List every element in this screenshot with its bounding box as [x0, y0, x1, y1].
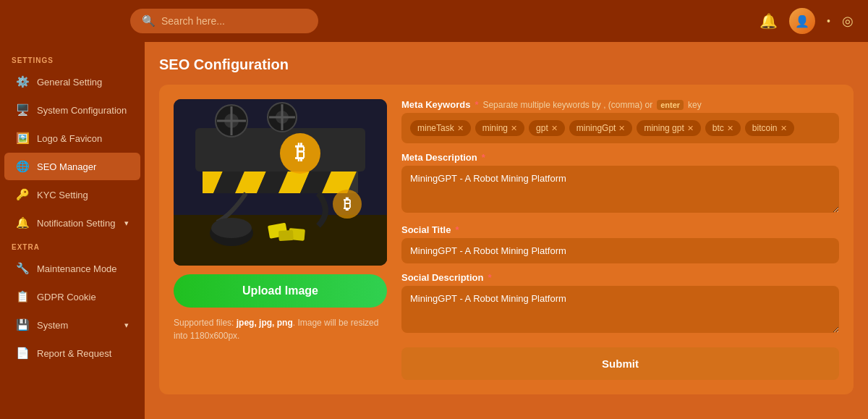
sidebar-item-system-configuration[interactable]: 🖥️ System Configuration: [4, 96, 140, 124]
keyword-remove-icon[interactable]: ✕: [618, 124, 625, 133]
key-icon: 🔑: [16, 188, 30, 201]
keyword-tag: btc✕: [705, 120, 741, 136]
sidebar-item-notification-setting[interactable]: 🔔 Notification Setting ▾: [4, 209, 140, 237]
sidebar-item-seo-manager[interactable]: 🌐 SEO Manager: [4, 153, 140, 180]
keyword-text: mining: [482, 123, 508, 133]
required-marker: *: [475, 99, 478, 110]
sidebar-item-label: Logo & Favicon: [37, 133, 102, 144]
meta-description-label: Meta Description *: [401, 152, 839, 163]
database-icon: 💾: [16, 318, 30, 331]
social-description-textarea[interactable]: MiningGPT - A Robot Mining Platform: [401, 286, 839, 333]
meta-description-field: Meta Description * MiningGPT - A Robot M…: [401, 152, 839, 216]
keyword-remove-icon[interactable]: ✕: [511, 124, 517, 133]
sidebar-item-label: Notification Setting: [37, 218, 115, 229]
keyword-tag: mining✕: [475, 120, 524, 136]
wrench-icon: 🔧: [16, 262, 30, 275]
sidebar-item-gdpr-cookie[interactable]: 📋 GDPR Cookie: [4, 283, 140, 310]
bell-icon[interactable]: 🔔: [760, 12, 778, 30]
chevron-down-icon: ▾: [124, 219, 129, 228]
keyword-remove-icon[interactable]: ✕: [727, 124, 733, 133]
svg-text:₿: ₿: [344, 196, 351, 212]
sidebar-item-label: General Setting: [37, 77, 102, 88]
keyword-tag: bitcoin✕: [745, 120, 794, 136]
upload-image-button[interactable]: Upload Image: [174, 274, 387, 308]
keywords-hint2: key: [688, 100, 702, 110]
top-header: 🔍 🔔 👤 • ◎: [0, 0, 868, 42]
sidebar-item-label: GDPR Cookie: [37, 292, 96, 302]
social-title-input[interactable]: [401, 238, 839, 263]
keyword-text: miningGpt: [576, 123, 616, 133]
svg-rect-27: [278, 230, 294, 241]
document-icon: 📄: [16, 347, 30, 360]
search-bar[interactable]: 🔍: [130, 9, 318, 33]
sidebar-item-label: SEO Manager: [37, 161, 96, 172]
sidebar-item-logo-favicon[interactable]: 🖼️ Logo & Favicon: [4, 124, 140, 152]
chevron-down-icon: ▾: [124, 321, 129, 330]
social-title-field: Social Title *: [401, 224, 839, 263]
enter-key-badge: enter: [657, 100, 684, 110]
bell-nav-icon: 🔔: [16, 216, 30, 229]
layout: SETTINGS ⚙️ General Setting 🖥️ System Co…: [0, 42, 868, 419]
sidebar-item-label: System Configuration: [37, 105, 127, 116]
keyword-tag: miningGpt✕: [569, 120, 633, 136]
meta-keywords-label: Meta Keywords * Separate multiple keywor…: [401, 99, 839, 110]
dot-icon: •: [827, 15, 830, 27]
search-icon: 🔍: [142, 14, 156, 27]
settings-circle-icon[interactable]: ◎: [842, 13, 854, 29]
settings-section-label: SETTINGS: [0, 51, 145, 67]
gear-icon: ⚙️: [16, 75, 30, 88]
keyword-text: btc: [712, 123, 724, 133]
sidebar-item-label: System: [37, 320, 68, 331]
sidebar-item-report-request[interactable]: 📄 Report & Request: [4, 339, 140, 367]
sidebar: SETTINGS ⚙️ General Setting 🖥️ System Co…: [0, 42, 145, 419]
required-marker: *: [482, 152, 485, 163]
sidebar-item-maintenance-mode[interactable]: 🔧 Maintenance Mode: [4, 255, 140, 282]
keyword-remove-icon[interactable]: ✕: [780, 124, 787, 133]
image-preview: ₿ ₿: [174, 99, 387, 266]
header-right: 🔔 👤 • ◎: [760, 8, 854, 34]
left-column: ₿ ₿: [174, 99, 387, 380]
right-column: Meta Keywords * Separate multiple keywor…: [401, 99, 839, 380]
keyword-remove-icon[interactable]: ✕: [551, 124, 558, 133]
svg-point-24: [211, 218, 252, 238]
required-marker: *: [455, 224, 459, 235]
meta-description-textarea[interactable]: MiningGPT - A Robot Mining Platform: [401, 166, 839, 213]
keyword-tag: mining gpt✕: [637, 120, 700, 136]
sidebar-item-kyc-setting[interactable]: 🔑 KYC Setting: [4, 181, 140, 208]
keyword-text: mineTask: [417, 123, 454, 133]
required-marker: *: [488, 272, 491, 283]
keyword-remove-icon[interactable]: ✕: [687, 124, 694, 133]
keywords-hint: Separate multiple keywords by , (comma) …: [482, 100, 652, 110]
keywords-box[interactable]: mineTask✕mining✕gpt✕miningGpt✕mining gpt…: [401, 113, 839, 143]
social-description-field: Social Description * MiningGPT - A Robot…: [401, 272, 839, 336]
social-title-label: Social Title *: [401, 224, 839, 235]
clipboard-icon: 📋: [16, 290, 30, 303]
sidebar-item-label: Maintenance Mode: [37, 263, 117, 274]
meta-keywords-field: Meta Keywords * Separate multiple keywor…: [401, 99, 839, 143]
extra-section-label: EXTRA: [0, 237, 145, 254]
sidebar-item-system[interactable]: 💾 System ▾: [4, 311, 140, 339]
monitor-icon: 🖥️: [16, 103, 30, 117]
sidebar-item-label: Report & Request: [37, 348, 111, 359]
page-title: SEO Configuration: [159, 56, 854, 73]
keyword-tag: mineTask✕: [410, 120, 471, 136]
avatar[interactable]: 👤: [789, 8, 815, 34]
sidebar-item-general-setting[interactable]: ⚙️ General Setting: [4, 68, 140, 96]
keyword-text: mining gpt: [644, 123, 684, 133]
upload-note: Supported files: jpeg, jpg, png. Image w…: [174, 316, 387, 342]
globe-icon: 🌐: [16, 160, 30, 173]
search-input[interactable]: [161, 15, 306, 27]
keyword-tag: gpt✕: [529, 120, 565, 136]
content-card: ₿ ₿: [159, 85, 854, 394]
keyword-text: bitcoin: [752, 123, 778, 133]
keyword-remove-icon[interactable]: ✕: [457, 124, 464, 133]
social-description-label: Social Description *: [401, 272, 839, 283]
svg-text:₿: ₿: [295, 141, 305, 164]
sidebar-item-label: KYC Setting: [37, 190, 88, 200]
keyword-text: gpt: [536, 123, 548, 133]
main-content: SEO Configuration: [145, 42, 868, 419]
image-icon: 🖼️: [16, 132, 30, 145]
submit-button[interactable]: Submit: [401, 347, 839, 380]
